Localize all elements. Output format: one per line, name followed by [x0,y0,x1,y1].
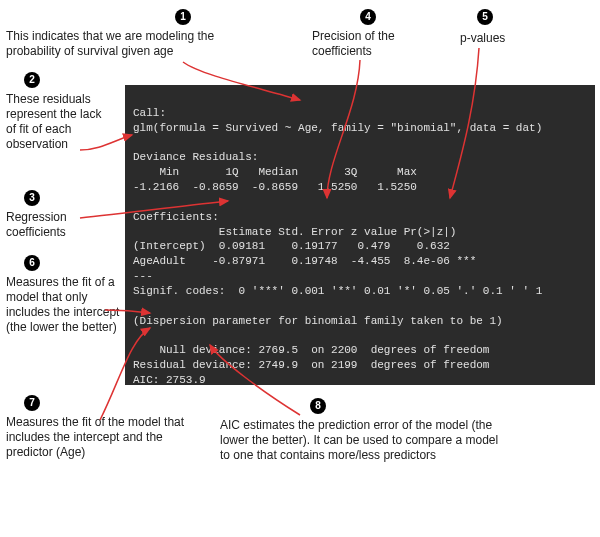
callout-badge-2: 2 [24,72,40,88]
callout-text-4: Precision of the coefficients [312,29,422,59]
callout-text-2: These residuals represent the lack of fi… [6,92,106,152]
r-console-output: Call: glm(formula = Survived ~ Age, fami… [125,85,595,385]
callout-badge-4: 4 [360,9,376,25]
coefficients-label: Coefficients: [133,211,219,223]
callout-badge-7: 7 [24,395,40,411]
residual-deviance-line: Residual deviance: 2749.9 on 2199 degree… [133,359,489,371]
deviance-residuals-header: Min 1Q Median 3Q Max [133,166,417,178]
coef-intercept-row: (Intercept) 0.09181 0.19177 0.479 0.632 [133,240,450,252]
coef-age-row: AgeAdult -0.87971 0.19748 -4.455 8.4e-06… [133,255,476,267]
call-label: Call: [133,107,166,119]
callout-badge-6: 6 [24,255,40,271]
dispersion-line: (Dispersion parameter for binomial famil… [133,315,503,327]
aic-line: AIC: 2753.9 [133,374,206,385]
callout-badge-8: 8 [310,398,326,414]
callout-badge-5: 5 [477,9,493,25]
deviance-residuals-values: -1.2166 -0.8659 -0.8659 1.5250 1.5250 [133,181,417,193]
callout-text-8: AIC estimates the prediction error of th… [220,418,500,463]
callout-text-6: Measures the fit of a model that only in… [6,275,121,335]
coefficients-header: Estimate Std. Error z value Pr(>|z|) [133,226,456,238]
null-deviance-line: Null deviance: 2769.5 on 2200 degrees of… [133,344,489,356]
callout-badge-1: 1 [175,9,191,25]
callout-text-3: Regression coefficients [6,210,106,240]
signif-dash: --- [133,270,153,282]
deviance-residuals-label: Deviance Residuals: [133,151,258,163]
callout-text-7: Measures the fit of the model that inclu… [6,415,186,460]
callout-badge-3: 3 [24,190,40,206]
signif-codes: Signif. codes: 0 '***' 0.001 '**' 0.01 '… [133,285,542,297]
callout-text-1: This indicates that we are modeling the … [6,29,266,59]
call-line: glm(formula = Survived ~ Age, family = "… [133,122,542,134]
callout-text-5: p-values [460,31,520,46]
